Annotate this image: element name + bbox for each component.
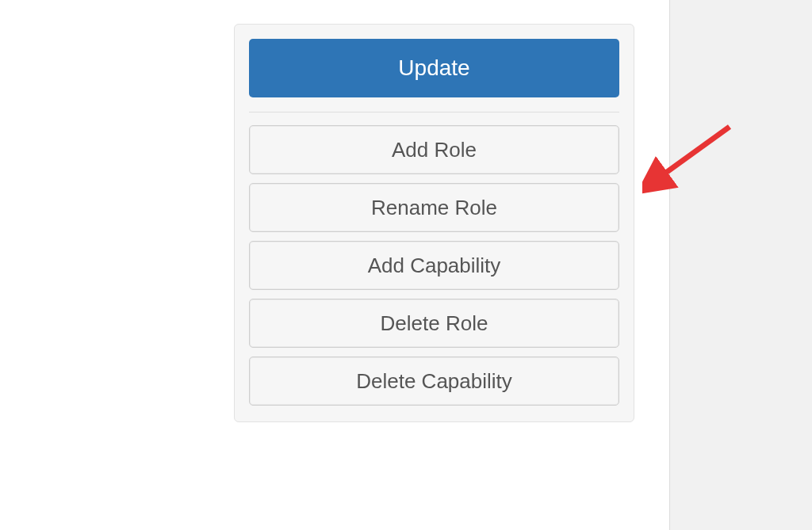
delete-capability-button[interactable]: Delete Capability: [249, 357, 619, 406]
add-role-button[interactable]: Add Role: [249, 125, 619, 174]
delete-role-button[interactable]: Delete Role: [249, 299, 619, 348]
role-actions-panel: Update Add Role Rename Role Add Capabili…: [234, 24, 634, 422]
add-capability-button[interactable]: Add Capability: [249, 241, 619, 290]
divider: [249, 112, 619, 112]
update-button[interactable]: Update: [249, 39, 619, 97]
rename-role-button[interactable]: Rename Role: [249, 183, 619, 232]
side-background: [669, 0, 812, 530]
